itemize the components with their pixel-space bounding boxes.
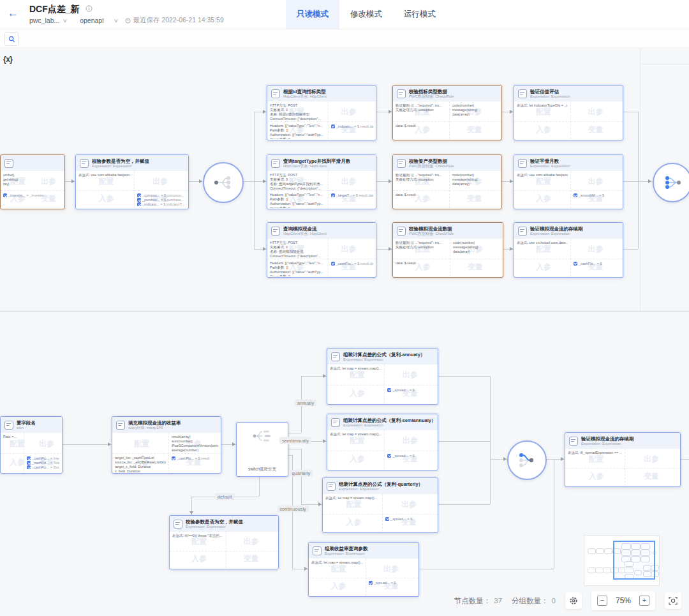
node-body: 配置出参入参变量表达式: use com.alibaba.fastjson...… [514,171,623,208]
badge-label: _investm... [8,193,26,197]
flow-node-n13[interactable]: switch流程分支 [236,422,288,477]
minimap-viewport[interactable] [613,541,655,580]
variables-button[interactable]: {x} [3,55,13,64]
node-header: 组装计算点差的公式（复利-annualy）Expression: Express… [327,349,438,364]
expression-node-icon [327,482,336,491]
node-body: 配置出参入参变量表达式: let map = stream.map()..._s… [309,559,419,596]
node-subtitle: Expression: Expression [339,487,423,492]
httpclient-node-icon [271,89,280,98]
flow-node-n19[interactable]: 验证模拟现金流的存续期Expression: Expression配置出参入参变… [565,432,681,487]
canvas-settings-button[interactable] [565,592,582,609]
checkbox-icon[interactable] [331,193,335,197]
flow-node-n1[interactable]: 根据id查询指标类型HttpClient节点: HttpClient配置出参入参… [267,85,376,140]
checkbox-icon[interactable] [137,202,141,206]
fit-view-button[interactable] [665,592,681,609]
flow-node-n15[interactable]: 组装计算点差的公式（复利-semiannualy）Expression: Exp… [327,414,438,470]
checkbox-icon[interactable] [27,461,31,465]
node-header: 验证模拟现金流的存续期Expression: Expression [514,223,623,239]
zoom-controls: − 75% + [591,591,655,610]
badge-label: _cashFlo... [32,456,49,460]
zoom-level: 75% [614,596,632,605]
minimap[interactable] [584,535,660,586]
badge-label: _cashFlo... [579,262,596,266]
flow-node-n16[interactable]: 组装计算点差的公式（复利-quarterly）Expression: Expre… [322,477,438,533]
node-column-left: 表达式: let map = stream.map()... [327,364,385,403]
node-config-line: 名称: 查询targetType并找到平滑... [270,182,325,186]
tab-run-mode[interactable]: 运行模式 [393,0,447,29]
flow-node-n3[interactable]: 验证估值评估Expression: Expression配置出参入参变量表达式:… [514,85,623,140]
node-title: 填充模拟现金流的收益率 [128,420,181,426]
node-config-line: 表达式: use cn.hutool.core.date... [517,241,568,245]
node-title: 校验模拟现金流数据 [409,226,454,232]
checkbox-icon[interactable] [331,262,335,266]
node-body: 配置出参入参变量表达式: let map = stream.map()..._s… [327,364,438,403]
parallel-join-gateway[interactable] [653,163,689,202]
flow-node-n7[interactable]: 验证平滑月数Expression: Expression配置出参入参变量表达式:… [514,154,623,209]
zoom-in-button[interactable]: + [639,596,649,606]
checkbox-icon[interactable] [331,124,335,128]
checkbox-icon[interactable] [369,581,373,585]
search-button[interactable] [4,32,19,46]
flow-node-n6[interactable]: 校验资产类型数据PWC数据校验: CheckRule配置出参入参变量验证规则: … [392,154,502,209]
tab-edit-mode[interactable]: 修改模式 [339,0,393,29]
node-subtitle: sion [17,426,36,430]
checkbox-icon[interactable] [574,193,577,197]
edge-segment [437,441,490,442]
node-header [1,155,64,171]
checkbox-icon[interactable] [574,262,577,266]
flow-node-n12[interactable]: 填充模拟现金流的收益率scipy计算: interp1P6配置出参入参变量tar… [112,416,221,474]
checkbox-icon[interactable] [387,454,391,458]
node-config-line: 表达式: let map = stream.map()... [325,496,380,500]
checkbox-icon[interactable] [27,465,31,469]
branch-merge-gateway[interactable] [507,440,547,480]
node-body: 配置出参入参变量umber)ge(string)ray)_investm... … [1,171,64,208]
node-config-line: code(number) [452,103,499,108]
flow-node-n2[interactable]: 校验指标类型数据PWC数据校验: CheckRule配置出参入参变量验证规则: … [392,85,502,140]
checkbox-icon[interactable] [172,456,175,460]
flow-node-n5[interactable]: 查询targetType并找到平滑月数HttpClient节点: HttpCli… [267,154,376,209]
canvas-guide-line [640,64,689,64]
node-column-left: HTTP方法: POST失败重试: 0名称: 根据id查询指标类型Connect… [267,101,329,139]
checkbox-icon[interactable] [137,193,141,197]
node-column-left: 表达式: use cn.hutool.core.date... [514,239,571,276]
flow-node-n8[interactable]: 查询模拟现金流HttpClient节点: HttpClient配置出参入参变量H… [267,222,376,278]
flow-node-n18[interactable]: 校验参数是否为空，并赋值Expression: Expression配置出参入参… [169,515,279,569]
expression-node-icon [518,89,527,98]
canvas[interactable]: annualysemiannualyquarterlydefaultcontin… [0,47,689,616]
flow-node-n14[interactable]: 组装计算点差的公式（复利-annualy）Expression: Express… [327,348,438,405]
node-subtitle: Expression: Expression [530,232,583,236]
badge-label: _spread... [390,517,406,521]
variable-badge: _spread... = $ [369,581,416,585]
app-select[interactable]: openapi [80,17,103,24]
checkbox-icon[interactable] [385,517,389,521]
edge-segment [418,569,554,569]
node-config-line: umber) [3,173,62,177]
httpclient-node-icon [271,227,280,236]
info-icon[interactable] [85,3,93,15]
flow-node-n9[interactable]: 校验模拟现金流数据PWC数据校验: CheckRule配置出参入参变量验证规则:… [392,222,503,278]
workspace-select[interactable]: pwc_lab... [29,17,59,24]
flow-node-n11[interactable]: 置字段名sion配置出参入参变量Rate =..._cashFlo... = I… [0,416,63,474]
node-config-line: Query参数: [] [270,137,325,139]
checkbox-icon[interactable] [3,193,7,197]
node-config-line: ConnectTimeout: {"description"... [270,117,325,121]
parallel-split-gateway[interactable] [203,162,244,203]
node-body: 配置出参入参变量Rate =..._cashFlo... = InterestR… [1,433,62,472]
flow-node-n4[interactable]: 校验参数是否为空，并赋值Expression: Expression配置出参入参… [75,154,189,209]
zoom-out-button[interactable]: − [597,596,607,606]
checkrule-node-icon [397,159,406,168]
checkbox-icon[interactable] [387,388,391,392]
checkbox-icon[interactable] [137,198,141,202]
node-config-line: 名称: 根据id查询指标类型 [270,112,325,117]
back-button[interactable]: ← [8,7,19,20]
tab-read-mode[interactable]: 只读模式 [286,0,339,29]
flow-node-n0[interactable]: 配置出参入参变量umber)ge(string)ray)_investm... … [0,154,65,209]
node-column-right: code(number)message(string)data(array) [450,171,501,208]
flow-node-n10[interactable]: 验证模拟现金流的存续期Expression: Expression配置出参入参变… [514,222,623,278]
node-config-line: code(number) [452,173,499,177]
flow-node-n17[interactable]: 组装收益率查询参数Expression: Expression配置出参入参变量表… [308,542,419,597]
checkbox-icon[interactable] [27,456,31,460]
node-column-left: 验证规则: [{ ..."required": tru...失败处理方式: ex… [393,239,450,276]
badge-value: = $.result.dat... [355,262,373,266]
node-config-line: HTTP方法: POST [270,173,325,177]
